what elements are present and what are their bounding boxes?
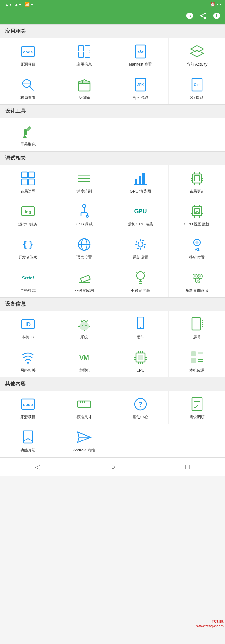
icon-cell-layout-border[interactable]: 布局边界: [0, 165, 56, 198]
icon-label-help: 帮助中心: [133, 415, 148, 420]
icon-cell-current-activity[interactable]: 当前 Activity: [169, 38, 225, 71]
icon-cell-decompile[interactable]: 反编译: [56, 71, 113, 105]
icon-label-usb-debug: USB 调试: [76, 222, 93, 227]
icon-cell-no-lock[interactable]: 不锁定屏幕: [113, 264, 169, 298]
lines3-icon: [76, 170, 93, 187]
icon-label-lang-settings: 语言设置: [76, 255, 92, 260]
icon-label-gpu-render: GPU 渲染图: [130, 189, 151, 194]
bulb-icon: [132, 269, 149, 286]
icon-cell-vm[interactable]: VM虚拟机: [56, 344, 113, 377]
box-icon: [76, 76, 93, 93]
icon-cell-so-extract[interactable]: C++So 提取: [169, 71, 225, 105]
svg-rect-13: [23, 83, 30, 84]
icon-cell-no-keep-app[interactable]: 不保留应用: [56, 264, 113, 298]
svg-text:GPU: GPU: [194, 211, 199, 213]
icon-cell-layout-view[interactable]: 布局查看: [0, 71, 56, 105]
icon-cell-running-service[interactable]: ing运行中服务: [0, 198, 56, 231]
icon-cell-network[interactable]: 网络相关: [0, 344, 56, 377]
icon-cell-pointer-pos[interactable]: 指针位置: [169, 231, 225, 264]
wifi-icon: 📶: [24, 2, 30, 7]
battery: [217, 4, 221, 5]
icon-cell-survey[interactable]: 需求调研: [169, 391, 225, 424]
icon-cell-std-size[interactable]: 标准尺寸: [56, 391, 113, 424]
icon-cell-gpu-render[interactable]: GPU 渲染图: [113, 165, 169, 198]
signal-icon2: ▲▼: [15, 3, 22, 6]
icon-cell-android-ref[interactable]: Android 内推: [56, 424, 113, 457]
icon-cell-open-source[interactable]: code开源项目: [0, 38, 56, 71]
help-icon: ?: [132, 395, 149, 413]
vm-icon: VM: [76, 349, 93, 366]
watermark-text: TC社区www.tcsqw.com: [186, 619, 225, 628]
bottom-nav: ◁ ○ □: [0, 457, 225, 476]
svg-point-97: [86, 325, 87, 326]
svg-rect-30: [139, 176, 141, 184]
icon-label-open-source: 开源项目: [20, 62, 36, 67]
icon-cell-strict-mode[interactable]: Strict严格模式: [0, 264, 56, 298]
svg-line-98: [81, 320, 82, 322]
svg-rect-78: [80, 275, 90, 282]
icon-cell-app-info[interactable]: 应用信息: [56, 38, 113, 71]
icon-cell-cpu[interactable]: CPU: [113, 344, 169, 377]
svg-rect-20: [24, 129, 27, 135]
info-button[interactable]: [213, 12, 221, 21]
svg-point-74: [138, 242, 143, 247]
svg-point-90: [194, 275, 196, 277]
svg-point-96: [82, 325, 83, 326]
icon-cell-dev-options[interactable]: { }开发者选项: [0, 231, 56, 264]
globe-icon: [76, 236, 93, 253]
section-header-design-section: 设计工具: [0, 104, 225, 118]
share-button[interactable]: [199, 12, 207, 21]
applist-icon: [188, 349, 206, 366]
strict-icon: Strict: [19, 269, 37, 286]
svg-text:ing: ing: [25, 209, 31, 214]
icon-cell-gpu-view[interactable]: GPUGPU 视图更新: [169, 198, 225, 231]
svg-text:code: code: [23, 50, 33, 54]
icon-cell-intro[interactable]: 功能介绍: [0, 424, 56, 457]
github-button[interactable]: [186, 12, 194, 21]
icon-cell-usb-debug[interactable]: USB 调试: [56, 198, 113, 231]
icon-cell-hardware[interactable]: 硬件: [113, 311, 169, 344]
icon-cell-lang-settings[interactable]: 语言设置: [56, 231, 113, 264]
icon-cell-sys-settings[interactable]: 系统设置: [113, 231, 169, 264]
touch-icon: [188, 236, 206, 253]
icon-cell-device-id[interactable]: ID本机 ID: [0, 311, 56, 344]
home-button[interactable]: ○: [104, 461, 122, 473]
icon-label-hardware: 硬件: [137, 335, 144, 340]
ruler-icon: [76, 395, 93, 413]
icon-cell-local-apps[interactable]: 本机应用: [169, 344, 225, 377]
icon-cell-open-source2[interactable]: code开源项目: [0, 391, 56, 424]
icon-label-system: 系统: [80, 335, 88, 340]
svg-text:C++: C++: [194, 83, 200, 87]
icon-cell-sys-ui-tune[interactable]: 系统界面调节: [169, 264, 225, 298]
icon-label-decompile: 反编译: [78, 95, 90, 100]
usb-icon: [76, 203, 93, 220]
screenlines-icon: [188, 316, 206, 333]
icon-label-so-extract: So 提取: [190, 95, 203, 100]
icon-grid-device-section: ID本机 ID系统硬件屏幕网络相关VM虚拟机CPU本机应用: [0, 311, 225, 377]
icon-cell-help[interactable]: ?帮助中心: [113, 391, 169, 424]
section-header-debug-section: 调试相关: [0, 151, 225, 165]
icon-label-apk-extract: Apk 提取: [133, 95, 148, 100]
icon-label-cpu: CPU: [136, 368, 144, 373]
back-button[interactable]: ◁: [29, 461, 47, 473]
icon-cell-manifest[interactable]: </>Manifest 查看: [113, 38, 169, 71]
svg-line-86: [144, 272, 145, 273]
svg-marker-10: [191, 50, 203, 57]
icon-cell-screen[interactable]: 屏幕: [169, 311, 225, 344]
svg-point-95: [80, 322, 89, 330]
recent-button[interactable]: □: [179, 461, 196, 473]
icon-cell-system[interactable]: 系统: [56, 311, 113, 344]
svg-rect-106: [192, 318, 200, 330]
icon-label-color-picker: 屏幕取色: [20, 142, 36, 147]
svg-rect-3: [78, 46, 84, 51]
icon-cell-color-picker[interactable]: 屏幕取色: [0, 118, 56, 151]
icon-cell-overdraw[interactable]: 过度绘制: [56, 165, 113, 198]
icon-label-running-service: 运行中服务: [18, 222, 38, 227]
icon-cell-force-gpu[interactable]: GPU强制 GPU 渲染: [113, 198, 169, 231]
icon-cell-apk-extract[interactable]: APKApk 提取: [113, 71, 169, 105]
icon-grid-debug-section: 布局边界过度绘制GPU 渲染图布局更新ing运行中服务USB 调试GPU强制 G…: [0, 165, 225, 297]
apk-icon: APK: [132, 76, 149, 93]
status-left: ▲▼ ▲▼ 📶: [4, 2, 33, 7]
icon-cell-layout-update[interactable]: 布局更新: [169, 165, 225, 198]
svg-rect-25: [29, 179, 34, 185]
